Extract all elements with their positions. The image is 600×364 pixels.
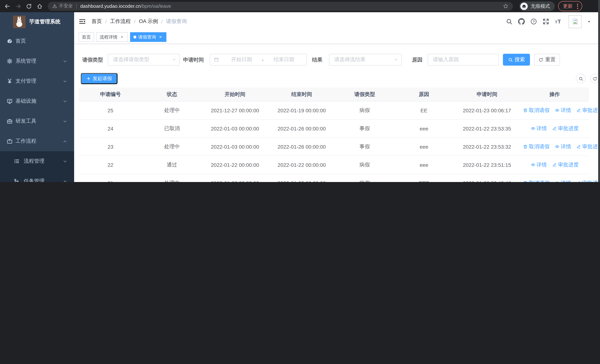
reason-input[interactable]: 请输入原因	[428, 54, 499, 65]
table-row[interactable]: 22通过2022-01-22 00:00:002022-01-22 00:00:…	[79, 156, 589, 174]
toggle-search-button[interactable]	[576, 74, 586, 84]
search-button[interactable]: 搜索	[503, 54, 530, 65]
action-label: 审批进度	[582, 107, 600, 114]
url-bar[interactable]: 不安全 dashboard.yudao.iocoder.cn/bpm/oa/le…	[48, 2, 513, 10]
sidebar-item-dev-tools[interactable]: 研发工具	[0, 111, 74, 131]
monitor-icon	[7, 98, 13, 104]
browser-forward-icon[interactable]	[15, 3, 21, 9]
table-row[interactable]: 23处理中2022-01-03 00:00:002022-01-26 00:00…	[79, 138, 589, 156]
tab-process-detail[interactable]: 流程详情×	[96, 32, 128, 42]
action-cancel-link[interactable]: 取消请假	[523, 143, 550, 150]
action-label: 取消请假	[529, 180, 550, 182]
reset-button-label: 重置	[545, 56, 555, 63]
action-progress-link[interactable]: 审批进度	[552, 162, 579, 168]
sidebar-collapse-icon[interactable]	[79, 18, 86, 25]
breadcrumb-item[interactable]: 工作流程	[110, 18, 131, 25]
action-progress-link[interactable]: 审批进度	[576, 180, 600, 182]
table-row[interactable]: 24已取消2022-01-03 00:00:002022-01-26 00:00…	[79, 120, 589, 138]
chevron-up-icon	[63, 179, 67, 182]
action-detail-link[interactable]: 详情	[531, 162, 547, 168]
browser-update-button[interactable]: 更新	[558, 1, 582, 11]
action-cancel-link[interactable]: 取消请假	[523, 180, 550, 182]
view-icon	[555, 108, 560, 113]
sidebar-item-payment-management[interactable]: 支付管理	[0, 71, 74, 91]
tab-label: 请假查询	[138, 34, 156, 40]
tab-leave-query[interactable]: 请假查询×	[130, 32, 166, 42]
browser-back-icon[interactable]	[4, 3, 10, 9]
edit-icon	[576, 181, 581, 182]
breadcrumb-item: 请假查询	[166, 18, 187, 25]
table-row[interactable]: 25处理中2021-12-27 00:00:002022-01-19 00:00…	[79, 101, 589, 120]
sidebar-item-workflow[interactable]: 工作流程	[0, 131, 74, 151]
create-leave-button[interactable]: 发起请假	[81, 73, 117, 84]
cell-start-time: 2022-01-22 00:00:00	[202, 174, 268, 182]
view-icon	[555, 181, 560, 182]
briefcase-icon	[7, 138, 13, 144]
sidebar-item-home[interactable]: 首页	[0, 31, 74, 51]
result-select[interactable]: 请选择流结果	[329, 54, 402, 65]
close-icon[interactable]: ×	[119, 35, 124, 40]
app-title: 芋道管理系统	[29, 18, 60, 25]
action-detail-link[interactable]: 详情	[531, 125, 547, 132]
tab-home[interactable]: 首页	[79, 32, 94, 42]
window-scrollbar[interactable]	[598, 0, 600, 182]
user-menu-caret-icon[interactable]	[587, 19, 591, 24]
browser-menu-icon[interactable]	[576, 3, 579, 9]
action-progress-link[interactable]: 审批进度	[552, 125, 579, 132]
close-icon[interactable]: ×	[158, 35, 163, 40]
action-detail-link[interactable]: 详情	[555, 180, 571, 182]
page-content: 请假类型 请选择请假类型 申请时间 开始日期 - 结束日期 结果 请选择流结果	[74, 44, 600, 182]
sidebar-item-system-management[interactable]: 系统管理	[0, 51, 74, 71]
action-label: 审批进度	[558, 125, 579, 132]
github-icon[interactable]	[518, 18, 525, 25]
action-progress-link[interactable]: 审批进度	[576, 107, 600, 114]
help-icon[interactable]: ?	[530, 18, 537, 25]
user-avatar[interactable]	[569, 15, 581, 28]
bookmark-star-icon[interactable]	[503, 3, 508, 9]
omnibox-divider	[76, 3, 76, 9]
table-row[interactable]: 21处理中2022-01-22 00:00:002022-01-23 00:00…	[79, 174, 589, 182]
sidebar-item-label: 系统管理	[16, 58, 36, 65]
action-detail-link[interactable]: 详情	[555, 143, 571, 150]
top-navbar: 首页/工作流程/OA 示例/请假查询 ? TT	[74, 12, 600, 31]
sidebar: 芋道管理系统 首页系统管理支付管理基础设施研发工具工作流程流程管理任务管理我的流…	[0, 12, 74, 182]
sidebar-item-task-management[interactable]: 任务管理	[0, 171, 74, 182]
font-size-icon[interactable]: TT	[555, 18, 562, 25]
browser-home-icon[interactable]	[37, 3, 43, 9]
breadcrumb-item[interactable]: 首页	[92, 18, 102, 25]
cell-start-time: 2021-12-27 00:00:00	[202, 101, 268, 120]
chevron-down-icon	[394, 57, 398, 62]
cell-apply-time: 2022-01-22 23:53:32	[454, 138, 520, 156]
breadcrumb-item[interactable]: OA 示例	[139, 18, 158, 25]
cell-id: 25	[79, 101, 142, 120]
action-label: 取消请假	[529, 107, 550, 114]
leave-type-placeholder: 请选择请假类型	[113, 56, 149, 63]
cell-start-time: 2022-01-03 00:00:00	[202, 120, 268, 138]
cell-apply-time: 2022-01-22 23:53:35	[454, 120, 520, 138]
leave-type-label: 请假类型	[82, 54, 103, 65]
sidebar-item-process-management[interactable]: 流程管理	[0, 151, 74, 171]
browser-reload-icon[interactable]	[26, 3, 32, 9]
action-cancel-link[interactable]: 取消请假	[523, 107, 550, 114]
action-label: 详情	[536, 125, 547, 132]
cell-actions: 取消请假详情审批进度	[520, 174, 589, 182]
broken-image-icon	[572, 18, 578, 25]
cell-reason: eee	[394, 156, 454, 174]
fullscreen-icon[interactable]	[543, 18, 549, 25]
column-header: 结束时间	[268, 87, 335, 101]
cell-status: 已取消	[142, 120, 202, 138]
apply-time-range-picker[interactable]: 开始日期 - 结束日期	[210, 54, 307, 65]
leave-type-select[interactable]: 请选择请假类型	[108, 54, 180, 65]
action-label: 取消请假	[529, 143, 550, 150]
action-detail-link[interactable]: 详情	[555, 107, 571, 114]
sidebar-item-infrastructure[interactable]: 基础设施	[0, 91, 74, 111]
view-icon	[555, 144, 560, 149]
cell-id: 22	[79, 156, 142, 174]
search-icon[interactable]	[506, 18, 513, 25]
update-label: 更新	[563, 3, 572, 9]
cell-end-time: 2022-01-19 00:00:00	[268, 101, 335, 120]
start-date-placeholder: 开始日期	[223, 56, 260, 63]
action-progress-link[interactable]: 审批进度	[576, 143, 600, 150]
reset-button[interactable]: 重置	[534, 54, 560, 65]
tab-label: 流程详情	[100, 34, 117, 40]
